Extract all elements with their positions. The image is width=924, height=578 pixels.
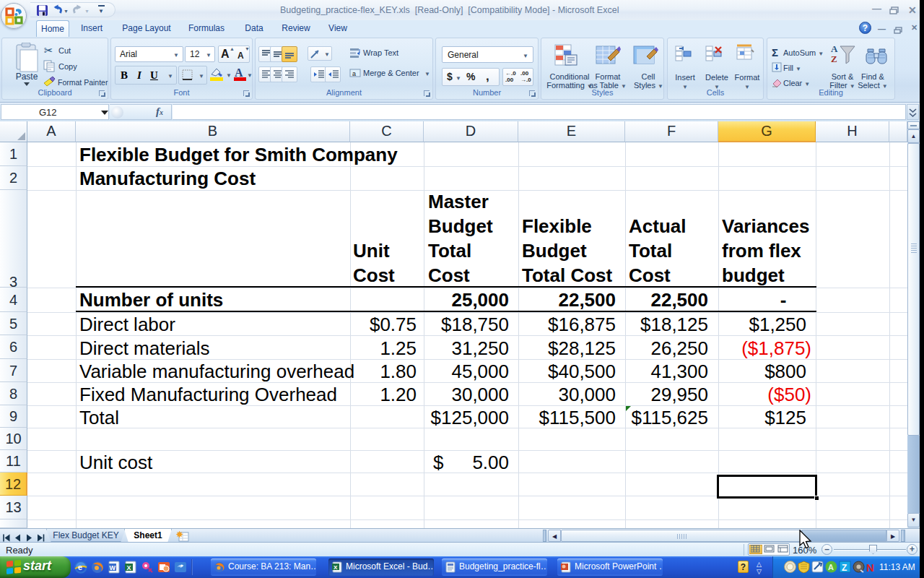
svg-text:X: X [334, 564, 338, 571]
svg-text:X: X [127, 564, 131, 571]
svg-text:a: a [352, 70, 356, 77]
svg-text:N: N [866, 561, 874, 574]
svg-text:e: e [78, 563, 82, 571]
svg-text:W: W [110, 564, 116, 571]
svg-text:A: A [828, 563, 834, 571]
svg-text:Z: Z [842, 563, 847, 573]
